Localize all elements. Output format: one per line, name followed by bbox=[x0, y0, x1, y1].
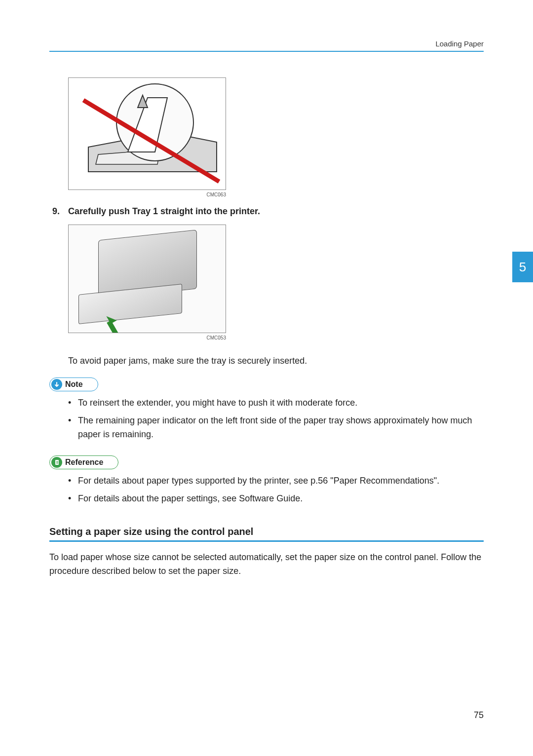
figure-push-tray bbox=[68, 225, 226, 333]
list-item: To reinsert the extender, you might have… bbox=[68, 396, 484, 410]
figure-tray-incorrect bbox=[68, 77, 226, 190]
figure2-caption: CMC053 bbox=[49, 335, 226, 340]
step-9: 9. Carefully push Tray 1 straight into t… bbox=[49, 206, 484, 217]
section-paragraph: To load paper whose size cannot be selec… bbox=[49, 551, 484, 578]
note-callout: Note bbox=[49, 378, 98, 391]
list-item: For details about paper types supported … bbox=[68, 474, 484, 488]
note-list: To reinsert the extender, you might have… bbox=[68, 396, 484, 442]
post-figure-text: To avoid paper jams, make sure the tray … bbox=[68, 354, 484, 368]
printer-tray-shape bbox=[78, 284, 182, 324]
reference-label: Reference bbox=[65, 458, 103, 467]
chapter-number: 5 bbox=[519, 260, 526, 275]
document-icon bbox=[51, 457, 62, 468]
section-heading: Setting a paper size using the control p… bbox=[49, 526, 484, 542]
figure1-caption: CMC063 bbox=[49, 192, 226, 197]
reference-callout: Reference bbox=[49, 455, 118, 469]
chapter-tab: 5 bbox=[512, 252, 533, 282]
note-label: Note bbox=[65, 380, 83, 389]
list-item: For details about the paper settings, se… bbox=[68, 492, 484, 506]
page-number: 75 bbox=[474, 710, 484, 720]
printer-tray-wrong-svg bbox=[69, 78, 226, 190]
running-header: Loading Paper bbox=[49, 39, 484, 51]
reference-list: For details about paper types supported … bbox=[68, 474, 484, 506]
list-item: The remaining paper indicator on the lef… bbox=[68, 414, 484, 442]
step-9-text: Carefully push Tray 1 straight into the … bbox=[68, 206, 260, 217]
down-arrow-icon bbox=[51, 379, 62, 390]
page-content: Loading Paper CMC063 9. Carefully push T… bbox=[49, 39, 484, 578]
header-rule bbox=[49, 51, 484, 52]
step-9-number: 9. bbox=[49, 206, 68, 217]
